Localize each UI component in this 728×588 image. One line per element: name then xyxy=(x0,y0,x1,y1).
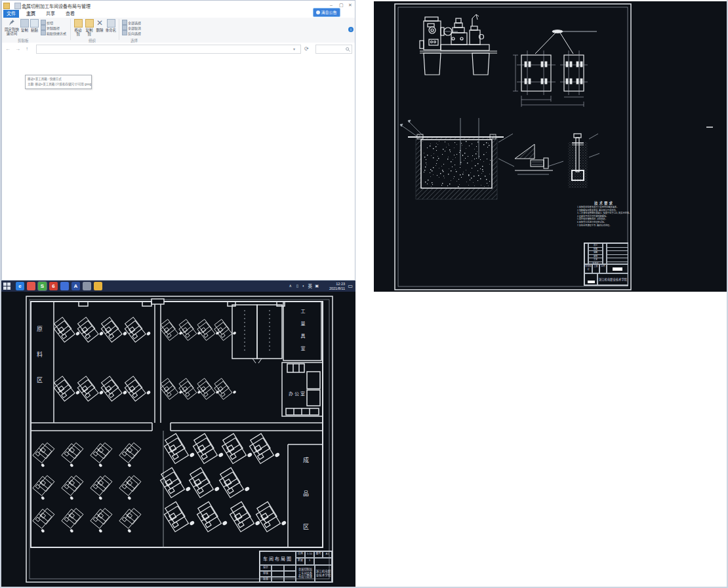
maximize-button[interactable]: ▢ xyxy=(339,3,344,7)
workshop-layout-drawing: 原料区 工量具室 办公室 成品区 车间布局图 比例 5:10 图号 A1 数量 … xyxy=(1,292,355,588)
machine-installation-drawing: 技术要求 1.安装前应检查地基尺寸是否符合图样要求。2.地脚螺栓应垂直放置, 螺… xyxy=(374,1,728,292)
ribbon: 固定到快 速访问 复制 粘贴 剪切 复制路径 粘贴快捷方式 剪贴板 移动到 xyxy=(2,18,355,43)
copy-icon xyxy=(20,19,29,28)
empty-cell xyxy=(272,577,284,583)
row-design: 设计 xyxy=(260,565,272,571)
tray-volume-icon[interactable]: ◖ xyxy=(302,281,304,292)
label-tool-gauge-room: 工量具室 xyxy=(299,309,306,359)
title-bar: ▾ 金属切削加工车间设备布局与管理 – ▢ ✕ xyxy=(2,1,355,10)
window-title: 金属切削加工车间设备布局与管理 xyxy=(22,3,91,9)
explorer-content-area[interactable]: 移动+美工具箱 - 快捷方式 主题: 移动+美工具箱 (介质和存储尺寸/可用 g… xyxy=(2,56,355,280)
screen: ▾ 金属切削加工车间设备布局与管理 – ▢ ✕ 文件 主页 共享 查看 消息公告… xyxy=(0,0,728,588)
tray-device-icon[interactable]: ▯ xyxy=(296,281,298,292)
paste-icon xyxy=(30,19,39,28)
copy-to-button[interactable]: 复制到 xyxy=(84,19,94,36)
up-icon[interactable]: ↑ xyxy=(26,45,28,53)
invert-selection-icon xyxy=(122,30,127,35)
taskbar-app-folder[interactable] xyxy=(94,282,102,290)
close-button[interactable]: ✕ xyxy=(348,3,352,7)
taskbar-app-green[interactable]: S xyxy=(38,282,47,290)
tray-language-indicator[interactable]: 英 xyxy=(308,281,313,292)
address-row: ← → ↑ ▾ ⟳ xyxy=(2,43,355,56)
tab-share[interactable]: 共享 xyxy=(43,10,58,18)
paste-shortcut-button[interactable]: 粘贴快捷方式 xyxy=(41,30,66,36)
taskbar-app-gray[interactable] xyxy=(83,282,91,290)
empty-cell xyxy=(284,571,296,577)
pin-icon xyxy=(9,19,15,27)
tooltip-line2: 主题: 移动+美工具箱 (介质和存储尺寸/可用 google 15) xyxy=(28,82,89,87)
cut-icon xyxy=(41,20,46,25)
taskbar-app-cad[interactable]: A xyxy=(71,282,80,290)
taskbar-app-red[interactable]: 6 xyxy=(49,282,58,290)
install-title-block: 设计 制图 描图 审核 工艺 标准化 批准 阶段标记 重量 比例 xyxy=(584,243,628,286)
taskbar-app-orange[interactable] xyxy=(27,282,35,290)
tooltip-line1: 移动+美工具箱 - 快捷方式 xyxy=(28,77,89,82)
tab-home[interactable]: 主页 xyxy=(23,10,39,18)
announcement-button[interactable]: 消息公告 xyxy=(313,8,340,17)
taskbar-app-blue[interactable] xyxy=(60,282,69,290)
tray-chevron-up-icon[interactable]: ∧ xyxy=(289,281,292,292)
highlight-cell xyxy=(613,267,622,271)
help-icon[interactable]: i xyxy=(348,27,354,32)
sheet-label: 图号 xyxy=(314,551,323,558)
empty-cell xyxy=(272,565,284,571)
pin-quick-access-button[interactable]: 固定到快 速访问 xyxy=(4,19,20,35)
empty-cell xyxy=(607,243,628,264)
tooltip: 移动+美工具箱 - 快捷方式 主题: 移动+美工具箱 (介质和存储尺寸/可用 g… xyxy=(25,75,92,89)
address-dropdown-icon[interactable]: ▾ xyxy=(293,47,295,51)
copy-to-icon xyxy=(85,19,94,28)
refresh-icon[interactable]: ⟳ xyxy=(304,46,309,52)
ribbon-separator xyxy=(70,19,71,40)
label-office: 办公室 xyxy=(289,390,306,397)
file-explorer-window: ▾ 金属切削加工车间设备布局与管理 – ▢ ✕ 文件 主页 共享 查看 消息公告… xyxy=(1,0,355,281)
paste-button[interactable]: 粘贴 xyxy=(30,19,39,32)
tab-file[interactable]: 文件 xyxy=(3,10,19,18)
invert-selection-button[interactable]: 反向选择 xyxy=(122,30,141,36)
scale-label: 比例 xyxy=(599,264,607,273)
copy-path-icon xyxy=(41,25,46,30)
taskbar-app-browser[interactable]: e xyxy=(16,282,24,290)
back-icon[interactable]: ← xyxy=(5,45,10,53)
delete-button[interactable]: ✕ 删除 xyxy=(95,19,104,32)
move-to-button[interactable]: 移动到 xyxy=(73,19,83,36)
sheet-value: A1 xyxy=(323,551,332,558)
folder-icon xyxy=(3,3,10,9)
row-approve: 批准 xyxy=(260,577,272,583)
rename-icon xyxy=(107,19,115,28)
empty-cell xyxy=(272,571,284,577)
forward-icon[interactable]: → xyxy=(15,45,20,53)
search-icon xyxy=(346,47,350,52)
address-bar[interactable] xyxy=(36,45,301,54)
announcement-icon xyxy=(316,10,320,14)
move-to-icon xyxy=(74,19,83,28)
minimize-button[interactable]: – xyxy=(330,3,333,7)
taskbar-clock[interactable]: 12:23 2021/8/11 xyxy=(329,282,345,290)
quick-access-icon[interactable] xyxy=(14,3,21,9)
weight-label: 重量 xyxy=(592,264,599,273)
layout-title-block: 车间布局图 比例 5:10 图号 A1 数量 1 设计 审核 批准 金属切削加 … xyxy=(259,551,333,582)
scale-label: 比例 xyxy=(296,551,305,558)
sheet-count-cell xyxy=(584,273,597,285)
action-center-icon[interactable]: ▭ xyxy=(348,281,353,292)
stage-label: 阶段标记 xyxy=(584,264,592,273)
qty-value: 1 xyxy=(305,558,314,565)
tab-view[interactable]: 查看 xyxy=(62,10,78,18)
empty-cell xyxy=(314,558,332,565)
installation-art xyxy=(374,1,728,292)
copy-button[interactable]: 复制 xyxy=(20,19,30,32)
project-name-cell: 金属切削加 工车间设备 布局与管理 xyxy=(296,565,315,583)
taskbar: eS6A ∧ ▯ ◖ 英 ▣ 12:23 2021/8/11 ▭ xyxy=(1,281,355,292)
delete-icon: ✕ xyxy=(96,19,104,28)
tray-ime-icon[interactable]: ▣ xyxy=(315,281,319,292)
qty-label: 数量 xyxy=(296,558,305,565)
tech-requirements-list: 1.安装前应检查地基尺寸是否符合图样要求。2.地脚螺栓应垂直放置, 螺纹部分不得… xyxy=(577,206,631,227)
search-box[interactable] xyxy=(315,45,352,54)
school-name-cell: 浙江机电职 业技术学院 xyxy=(315,565,332,583)
rename-button[interactable]: 重命名 xyxy=(105,19,117,32)
label-raw-material-area: 原料区 xyxy=(35,326,44,402)
scale-value: 5:10 xyxy=(305,551,314,558)
start-button[interactable] xyxy=(3,283,10,290)
school-cell: 浙江机电职业技术学院 xyxy=(597,273,628,285)
select-none-icon xyxy=(122,25,127,30)
row-check: 审核 xyxy=(260,571,272,577)
